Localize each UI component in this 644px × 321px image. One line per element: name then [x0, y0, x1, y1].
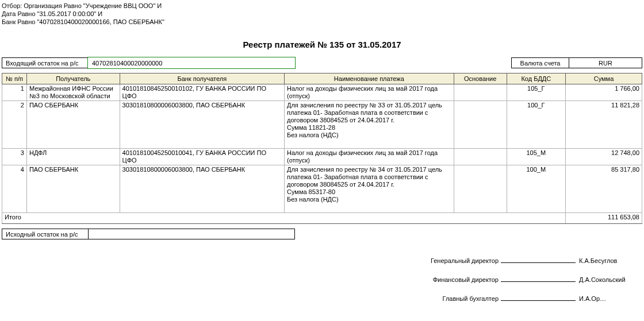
cell-bank: 40101810045250010041, ГУ БАНКА РОССИИ ПО…	[120, 149, 284, 165]
currency-label: Валюта счета	[511, 57, 569, 68]
cell-bank: 40101810845250010102, ГУ БАНКА РОССИИ ПО…	[120, 84, 284, 101]
table-row: 3НДФЛ40101810045250010041, ГУ БАНКА РОСС…	[2, 149, 642, 165]
signature-name: Д.А.Сокольский	[576, 276, 642, 283]
signature-role: Главный бухгалтер	[401, 295, 501, 302]
col-header-payment: Наименование платежа	[285, 74, 454, 84]
cell-code: 100_М	[507, 165, 565, 213]
filter-line-2: Дата Равно "31.05.2017 0:00:00" И	[2, 10, 642, 18]
signature-line: Главный бухгалтерИ.А.Ор…	[2, 293, 642, 302]
col-header-basis: Основание	[454, 74, 507, 84]
cell-sum: 85 317,80	[565, 165, 642, 213]
cell-num: 2	[2, 101, 27, 149]
filter-line-1: Отбор: Организация Равно "Учреждение ВВЦ…	[2, 2, 642, 10]
cell-code: 100_Г	[507, 101, 565, 149]
cell-payment: Для зачисления по реестру № 34 от 31.05.…	[285, 165, 454, 213]
col-header-recipient: Получатель	[26, 74, 120, 84]
signature-line: Финансовый директорД.А.Сокольский	[2, 274, 642, 283]
signature-line: Генеральный директорК.А.Бесуглов	[2, 256, 642, 264]
cell-num: 1	[2, 84, 27, 101]
cell-basis	[454, 101, 507, 149]
table-row: 1Межрайонная ИФНС России №3 по Московско…	[2, 84, 642, 101]
signature-role: Финансовый директор	[401, 276, 501, 283]
table-row: 2ПАО СБЕРБАНК30301810800006003800, ПАО С…	[2, 101, 642, 149]
payments-table: № п/п Получатель Банк получателя Наимено…	[2, 73, 642, 224]
incoming-balance-label: Входящий остаток на р/с	[2, 57, 88, 68]
signature-underline	[501, 293, 576, 301]
outgoing-balance-label: Исходный остаток на р/с	[2, 229, 88, 239]
cell-payment: Для зачисления по реестру № 33 от 31.05.…	[285, 101, 454, 149]
cell-num: 3	[2, 149, 27, 165]
cell-basis	[454, 149, 507, 165]
signature-underline	[501, 274, 576, 282]
cell-bank: 30301810800006003800, ПАО СБЕРБАНК	[120, 101, 284, 149]
total-sum: 111 653,08	[565, 213, 642, 224]
cell-payment: Налог на доходы физических лиц за май 20…	[285, 149, 454, 165]
col-header-bank: Банк получателя	[120, 74, 284, 84]
currency-value: RUR	[569, 57, 642, 68]
cell-sum: 12 748,00	[565, 149, 642, 165]
cell-basis	[454, 165, 507, 213]
cell-recipient: ПАО СБЕРБАНК	[26, 101, 120, 149]
table-row: 4ПАО СБЕРБАНК30301810800006003800, ПАО С…	[2, 165, 642, 213]
total-row: Итого 111 653,08	[2, 213, 642, 224]
cell-sum: 1 766,00	[565, 84, 642, 101]
filter-line-3: Банк Равно "40702810400020000166, ПАО СБ…	[2, 18, 642, 26]
signature-name: И.А.Ор…	[576, 295, 642, 302]
incoming-balance-cell[interactable]: 40702810400020000000	[88, 57, 295, 68]
col-header-code: Код БДДС	[507, 74, 565, 84]
signature-name: К.А.Бесуглов	[576, 257, 642, 264]
cell-payment: Налог на доходы физических лиц за май 20…	[285, 84, 454, 101]
cell-num: 4	[2, 165, 27, 213]
cell-code: 105_Г	[507, 84, 565, 101]
cell-recipient: Межрайонная ИФНС России №3 по Московской…	[26, 84, 120, 101]
signature-underline	[501, 256, 576, 263]
col-header-sum: Сумма	[565, 74, 642, 84]
signatures-block: Генеральный директорК.А.БесугловФинансов…	[2, 256, 642, 302]
report-title: Реестр платежей № 135 от 31.05.2017	[2, 26, 642, 57]
total-label: Итого	[2, 213, 566, 224]
cell-code: 105_М	[507, 149, 565, 165]
cell-basis	[454, 84, 507, 101]
cell-bank: 30301810800006003800, ПАО СБЕРБАНК	[120, 165, 284, 213]
cell-recipient: ПАО СБЕРБАНК	[26, 165, 120, 213]
cell-sum: 11 821,28	[565, 101, 642, 149]
signature-role: Генеральный директор	[401, 257, 501, 264]
cell-recipient: НДФЛ	[26, 149, 120, 165]
filter-block: Отбор: Организация Равно "Учреждение ВВЦ…	[2, 2, 642, 26]
outgoing-balance-cell[interactable]	[88, 229, 295, 239]
col-header-num: № п/п	[2, 74, 27, 84]
